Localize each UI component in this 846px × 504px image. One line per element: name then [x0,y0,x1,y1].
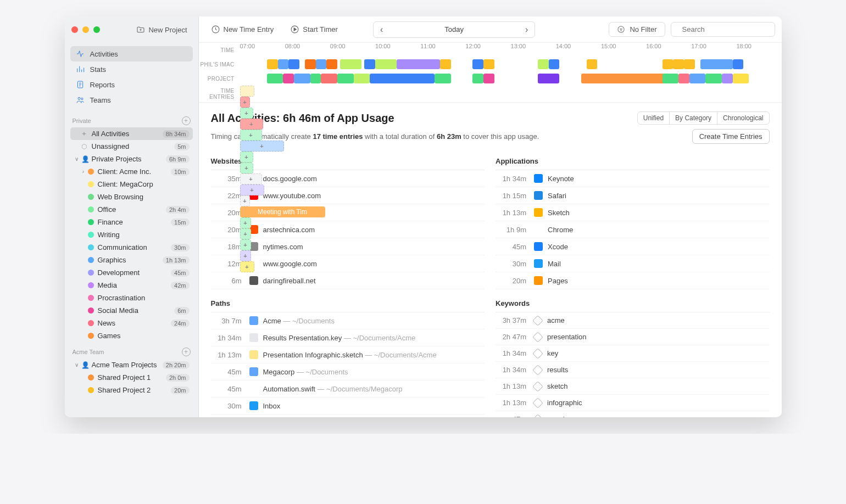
list-row[interactable]: 1h 9mChrome [496,221,770,238]
filter-button[interactable]: No Filter [609,22,665,37]
maximize-button[interactable] [93,26,100,33]
timeline-segment[interactable] [678,74,689,83]
project-item[interactable]: Development45m [70,266,193,279]
timeline-segment[interactable] [370,74,435,83]
timeline-segment[interactable] [663,59,674,69]
list-row[interactable]: 1h 34mResults Presentation.key — ~/Docum… [211,329,485,346]
nav-reports[interactable]: Reports [70,77,193,92]
time-entry-suggestion[interactable]: + [240,261,254,272]
list-row[interactable]: 6mdaringfireball.net [211,272,485,289]
timeline-segment[interactable] [673,59,684,69]
project-item[interactable]: ›Client: Acme Inc.10m [70,165,193,178]
project-item[interactable]: ✦All Activities8h 34m [70,127,193,140]
project-item[interactable]: ∨👤Private Projects6h 9m [70,153,193,165]
project-item[interactable]: Games [70,329,193,342]
list-row[interactable]: 1h 34mKeynote [496,170,770,187]
project-item[interactable]: Media42m [70,279,193,292]
project-item[interactable]: Shared Project 220m [70,384,193,396]
project-track[interactable] [240,71,782,86]
timeline-segment[interactable] [288,59,299,69]
project-item[interactable]: News24m [70,317,193,329]
list-row[interactable]: 1h 13mPresentation Infographic.sketch — … [211,346,485,363]
timeline-segment[interactable] [689,74,706,83]
timeline-segment[interactable] [663,74,679,83]
nav-teams[interactable]: Teams [70,92,193,108]
project-item[interactable]: Shared Project 12h 0m [70,371,193,384]
timeline-segment[interactable] [316,59,327,69]
list-row[interactable]: 3h 7mAcme — ~/Documents [211,312,485,329]
time-entry-suggestion[interactable]: + [240,195,250,206]
timeline-segment[interactable] [581,74,668,83]
timeline-segment[interactable] [587,59,598,69]
list-row[interactable]: 1h 34mresults [496,362,770,378]
list-row[interactable]: 1h 15mSafari [496,187,770,204]
list-row[interactable]: 47mgoogle [496,411,770,417]
list-row[interactable]: 30mjohn@acme.com — Inbox [211,415,485,417]
timeline-segment[interactable] [278,59,289,69]
list-row[interactable]: 1h 13msketch [496,378,770,395]
list-row[interactable]: 18mnytimes.com [211,238,485,255]
project-item[interactable]: ⬡Unassigned5m [70,140,193,153]
timeline-segment[interactable] [354,74,370,83]
time-entry-meeting[interactable]: Meeting with Tim [240,206,325,217]
list-row[interactable]: 30mInbox [211,397,485,415]
timeline-segment[interactable] [483,59,494,69]
project-item[interactable]: Communication30m [70,241,193,254]
timeline-segment[interactable] [472,59,483,69]
start-timer-button[interactable]: Start Timer [285,22,343,37]
time-entry-suggestion[interactable]: + [240,228,251,239]
time-entry-suggestion[interactable]: + [240,250,251,261]
timeline-segment[interactable] [700,59,733,69]
new-project-button[interactable]: New Project [132,23,191,36]
timeline-segment[interactable] [684,59,695,69]
list-row[interactable]: 1h 13mSketch [496,204,770,221]
seg-unified[interactable]: Unified [638,112,670,124]
project-item[interactable]: Graphics1h 13m [70,254,193,266]
timeline-segment[interactable] [283,74,294,83]
timeline-segment[interactable] [483,74,494,83]
timeline-segment[interactable] [310,74,321,83]
timeline-segment[interactable] [435,74,451,83]
timeline-segment[interactable] [538,59,549,69]
timeline-segment[interactable] [326,59,337,69]
time-entry-suggestion[interactable]: + [240,217,251,228]
list-row[interactable]: 1h 13minfographic [496,395,770,411]
timeline-segment[interactable] [337,74,354,83]
list-row[interactable]: 20mPages [496,272,770,289]
date-prev-button[interactable]: ‹ [374,22,389,37]
list-row[interactable]: 45mMegacorp — ~/Documents [211,363,485,380]
time-entry-suggestion[interactable]: + [240,239,251,250]
timeline-segment[interactable] [267,74,283,83]
timeline-segment[interactable] [733,59,744,69]
entries-track[interactable]: ++++++++++Meeting with Tim+++++ [240,86,782,102]
list-row[interactable]: 20marstechnica.com [211,221,485,238]
list-row[interactable]: 30mMail [496,255,770,272]
seg-chronological[interactable]: Chronological [717,112,769,124]
date-label[interactable]: Today [389,23,519,36]
time-entry-suggestion[interactable]: + [240,163,253,173]
timeline-segment[interactable] [375,59,397,69]
timeline-segment[interactable] [294,74,310,83]
timeline-segment[interactable] [472,74,483,83]
time-entry-suggestion[interactable]: + [240,119,263,130]
time-entry-suggestion[interactable]: + [240,173,262,184]
date-next-button[interactable]: › [519,22,535,37]
time-entry-suggestion[interactable] [240,86,254,97]
nav-activities[interactable]: Activities [70,46,193,61]
list-row[interactable]: 2h 47mpresentation [496,329,770,345]
project-item[interactable]: Client: MegaCorp [70,178,193,191]
timeline-segment[interactable] [538,74,559,83]
imac-track[interactable] [240,57,782,71]
new-time-entry-button[interactable]: New Time Entry [205,22,280,37]
time-entry-suggestion[interactable]: + [240,152,253,163]
timeline-segment[interactable] [340,59,361,69]
project-item[interactable]: Social Media6m [70,304,193,317]
time-entry-suggestion[interactable]: + [240,108,253,119]
timeline-segment[interactable] [321,74,337,83]
list-row[interactable]: 45mXcode [496,238,770,255]
timeline-segment[interactable] [549,59,560,69]
list-row[interactable]: 45mAutomation.swift — ~/Documents/Megaco… [211,380,485,397]
project-item[interactable]: Procrastination [70,292,193,304]
close-button[interactable] [71,26,78,33]
time-entry-suggestion[interactable]: + [240,184,264,195]
